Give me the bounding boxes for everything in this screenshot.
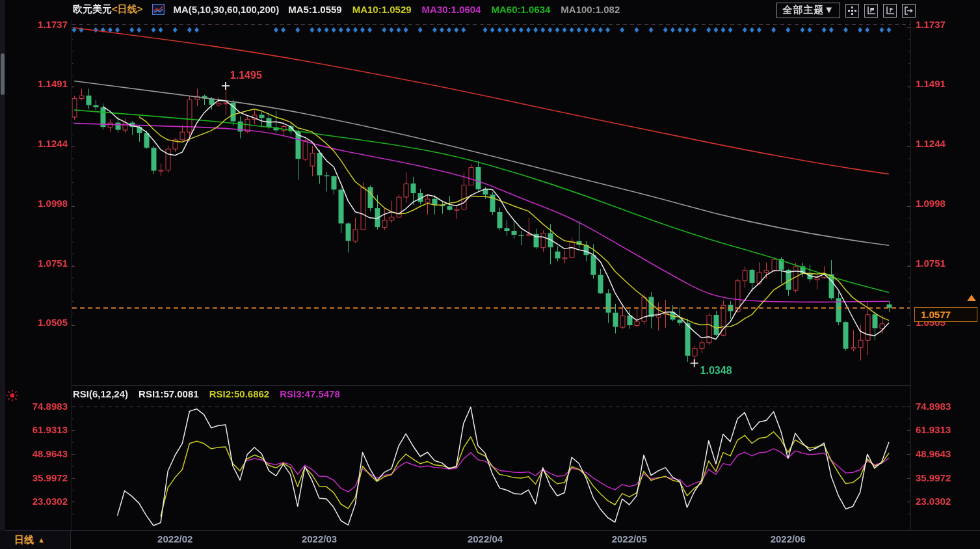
rsi-group-label: RSI(6,12,24)	[73, 388, 128, 399]
red-sun-icon	[5, 389, 20, 402]
price-axis-label-right: 1.0751	[916, 258, 978, 269]
ma-legend-item: MA30:1.0604	[422, 4, 481, 15]
rsi-axis-label-right: 35.9972	[916, 472, 978, 484]
date-axis-label: 2022/06	[763, 533, 813, 544]
current-price-value: 1.0577	[921, 309, 951, 320]
price-axis-label-left: 1.0998	[0, 198, 68, 209]
price-axis-label-left: 1.0505	[0, 317, 68, 328]
symbol-title: 欧元美元<日线>	[73, 3, 143, 16]
header-right-controls: 全部主题▼	[776, 3, 916, 18]
price-axis-label-left: 1.0751	[0, 258, 68, 269]
ma-legend-item: MA100:1.082	[561, 4, 620, 15]
rsi-axis-label-right: 74.8983	[916, 401, 978, 412]
rsi-axis-label-right: 61.9313	[916, 424, 978, 436]
period-selector-label: 日线	[14, 534, 34, 546]
rsi-axis-label-left: 23.0302	[0, 496, 68, 507]
date-axis-label: 2022/03	[295, 533, 344, 544]
price-axis-label-left: 1.1737	[0, 19, 68, 31]
ma-legend: MA5:1.0559MA10:1.0529MA30:1.0604MA60:1.0…	[288, 4, 620, 15]
rsi-axis-label-left: 35.9972	[0, 472, 68, 484]
candlestick-chart-icon[interactable]	[152, 4, 165, 15]
price-axis-label-right: 1.1737	[916, 19, 978, 31]
price-axis-label-right: 1.1244	[916, 138, 978, 150]
date-axis-label: 2022/04	[460, 533, 510, 544]
rsi-axis-label-left: 61.9313	[0, 424, 68, 436]
period-selector[interactable]: 日线 ▲	[0, 531, 71, 549]
axis-pennant-icon[interactable]	[883, 4, 897, 18]
current-price-badge: 1.0577	[914, 307, 977, 322]
rsi-axis-label-right: 48.9643	[916, 448, 978, 460]
rsi-axis-label-right: 23.0302	[916, 496, 978, 507]
date-axis-label: 2022/02	[150, 533, 200, 544]
trading-chart-window: 欧元美元<日线> MA(5,10,30,60,100,200) MA5:1.05…	[0, 0, 980, 549]
price-axis-label-left: 1.1491	[0, 78, 68, 90]
rsi-legend: RSI1:57.0081RSI2:50.6862RSI3:47.5478	[139, 388, 340, 399]
ma-legend-item: MA60:1.0634	[491, 4, 550, 15]
price-chart-canvas[interactable]	[0, 0, 980, 549]
rsi-readout: RSI3:47.5478	[280, 388, 340, 399]
main-chart-header: 欧元美元<日线> MA(5,10,30,60,100,200) MA5:1.05…	[73, 3, 620, 16]
rsi-axis-label-left: 74.8983	[0, 401, 68, 412]
triangle-up-icon: ▲	[38, 536, 45, 544]
scrollbar-thumb[interactable]	[1, 53, 5, 95]
latest-price-arrow-icon	[967, 295, 976, 301]
crosshair-move-icon[interactable]	[845, 4, 859, 18]
rsi-readout: RSI2:50.6862	[209, 388, 270, 399]
low-price-annotation: 1.0348	[700, 365, 732, 377]
exit-arrow-icon[interactable]	[902, 4, 916, 18]
price-axis-label-right: 1.0998	[916, 198, 978, 209]
rsi-header: RSI(6,12,24) RSI1:57.0081RSI2:50.6862RSI…	[73, 388, 340, 399]
ma-legend-item: MA10:1.0529	[352, 4, 412, 15]
left-scrollbar[interactable]	[0, 0, 5, 549]
period-tag: <日线>	[112, 3, 143, 14]
symbol-name: 欧元美元	[73, 3, 112, 14]
rsi-axis-label-left: 48.9643	[0, 448, 68, 460]
theme-selector-dropdown[interactable]: 全部主题▼	[776, 3, 840, 18]
price-axis-label-right: 1.1491	[916, 78, 978, 90]
ma-group-label: MA(5,10,30,60,100,200)	[174, 4, 280, 15]
ma-legend-item: MA5:1.0559	[288, 4, 342, 15]
price-axis-label-left: 1.1244	[0, 138, 68, 150]
axis-flag-icon[interactable]	[864, 4, 878, 18]
high-price-annotation: 1.1495	[230, 70, 262, 81]
date-axis-label: 2022/05	[605, 533, 654, 544]
rsi-readout: RSI1:57.0081	[139, 388, 199, 399]
